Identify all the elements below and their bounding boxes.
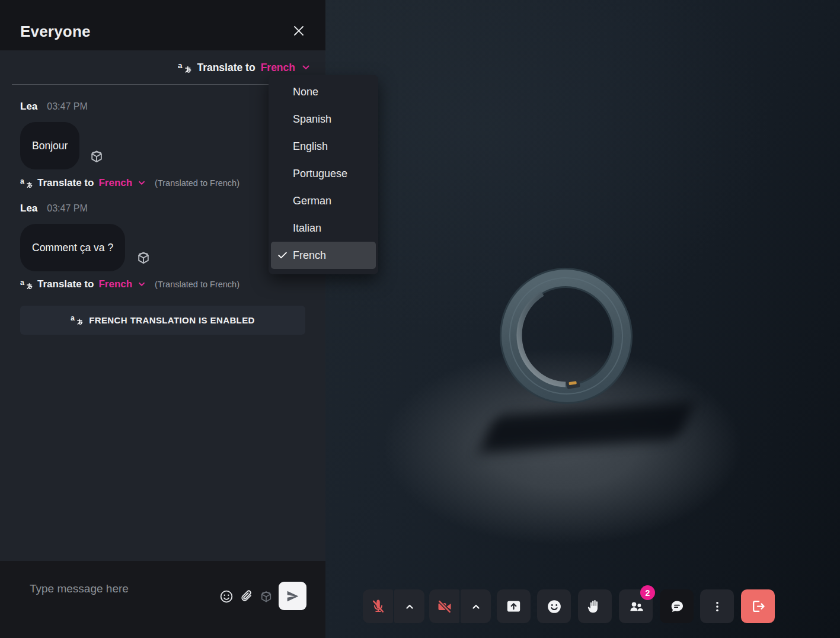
- divider: [12, 84, 271, 85]
- cube-3d-icon: [135, 249, 152, 266]
- language-option-label: Portuguese: [293, 168, 347, 180]
- mic-options-button[interactable]: [394, 589, 424, 623]
- camera-toggle-button[interactable]: [429, 589, 459, 623]
- language-option-spanish[interactable]: Spanish: [269, 105, 378, 133]
- message-author: Lea: [20, 203, 37, 214]
- view-in-3d-button[interactable]: [135, 249, 152, 266]
- chat-toggle-button[interactable]: [660, 589, 694, 623]
- smiley-icon: [219, 589, 234, 604]
- insert-3d-object-button[interactable]: [258, 589, 274, 604]
- translate-icon: [20, 278, 33, 291]
- banner-text: FRENCH TRANSLATION IS ENABLED: [89, 315, 255, 325]
- language-option-label: English: [293, 140, 328, 153]
- chevron-down-icon: [137, 280, 146, 289]
- language-option-label: Italian: [293, 222, 321, 235]
- translate-to-label: Translate to: [197, 62, 255, 74]
- leave-call-icon: [750, 598, 766, 614]
- chevron-down-icon: [137, 178, 146, 188]
- translate-icon: [20, 177, 33, 190]
- participants-count-badge: 2: [640, 585, 655, 600]
- emoji-button[interactable]: [219, 589, 234, 604]
- language-menu: None Spanish English Portuguese German I…: [269, 75, 378, 274]
- more-dots-icon: [710, 599, 725, 614]
- chat-panel-header: Everyone: [0, 0, 325, 50]
- message-translate-control[interactable]: Translate to French (Translated to Frenc…: [20, 176, 239, 190]
- translate-to-label: Translate to: [37, 278, 94, 290]
- translated-note: (Translated to French): [155, 178, 239, 188]
- chevron-up-icon: [403, 599, 417, 614]
- cube-3d-icon: [88, 148, 105, 165]
- language-option-label: French: [293, 249, 326, 262]
- mic-mute-button[interactable]: [363, 589, 393, 623]
- chevron-down-icon: [301, 62, 311, 73]
- message-bubble: Bonjour: [20, 122, 79, 169]
- raise-hand-icon: [587, 598, 603, 614]
- message-translate-control[interactable]: Translate to French (Translated to Frenc…: [20, 277, 239, 291]
- checkmark-icon: [276, 249, 289, 262]
- message-author: Lea: [20, 101, 37, 113]
- reactions-button[interactable]: [537, 589, 571, 623]
- translate-to-dropdown[interactable]: Translate to French: [178, 58, 311, 77]
- message-time: 03:47 PM: [47, 203, 87, 214]
- camera-muted-icon: [436, 598, 453, 615]
- translate-to-label: Translate to: [37, 177, 94, 189]
- translate-icon: [71, 314, 83, 326]
- close-icon: [292, 24, 306, 38]
- language-option-portuguese[interactable]: Portuguese: [269, 160, 378, 187]
- close-panel-button[interactable]: [288, 20, 310, 42]
- translation-enabled-banner: FRENCH TRANSLATION IS ENABLED: [20, 306, 305, 335]
- language-option-none[interactable]: None: [269, 78, 378, 105]
- chat-title: Everyone: [20, 23, 91, 41]
- smiley-icon: [546, 598, 563, 615]
- message-meta: Lea 03:47 PM: [20, 101, 88, 113]
- language-option-french[interactable]: French: [271, 242, 376, 269]
- translate-language-value: French: [98, 177, 132, 189]
- language-option-label: German: [293, 195, 331, 207]
- message-time: 03:47 PM: [47, 101, 87, 112]
- translated-note: (Translated to French): [155, 280, 239, 289]
- camera-options-button[interactable]: [461, 589, 491, 623]
- message-meta: Lea 03:47 PM: [20, 203, 88, 214]
- language-option-label: Spanish: [293, 113, 331, 126]
- participants-icon: [628, 598, 644, 615]
- send-message-button[interactable]: [279, 582, 306, 610]
- share-screen-icon: [506, 598, 522, 614]
- view-in-3d-button[interactable]: [88, 148, 105, 165]
- send-icon: [285, 589, 300, 604]
- chat-bubble-icon: [669, 598, 685, 615]
- meeting-app: Everyone Translate to French Lea 03:47 P…: [0, 0, 840, 638]
- ring-3d-object: [492, 262, 640, 409]
- cube-3d-icon: [258, 589, 274, 604]
- message-input[interactable]: [28, 578, 209, 600]
- share-screen-button[interactable]: [497, 589, 531, 623]
- raise-hand-button[interactable]: [578, 589, 612, 623]
- paperclip-icon: [239, 589, 255, 604]
- translate-language-value: French: [261, 62, 295, 74]
- translate-language-value: French: [98, 278, 132, 290]
- language-option-english[interactable]: English: [269, 133, 378, 160]
- chevron-up-icon: [469, 599, 483, 614]
- more-options-button[interactable]: [700, 589, 734, 623]
- leave-call-button[interactable]: [741, 589, 775, 623]
- language-option-italian[interactable]: Italian: [269, 214, 378, 242]
- language-option-label: None: [293, 86, 318, 98]
- mic-muted-icon: [370, 598, 387, 615]
- mic-control: [363, 589, 424, 623]
- camera-control: [429, 589, 491, 623]
- message-bubble: Comment ça va ?: [20, 224, 125, 271]
- scene-viewport[interactable]: [325, 0, 840, 638]
- translate-icon: [178, 61, 191, 75]
- attach-file-button[interactable]: [239, 589, 255, 604]
- language-option-german[interactable]: German: [269, 187, 378, 214]
